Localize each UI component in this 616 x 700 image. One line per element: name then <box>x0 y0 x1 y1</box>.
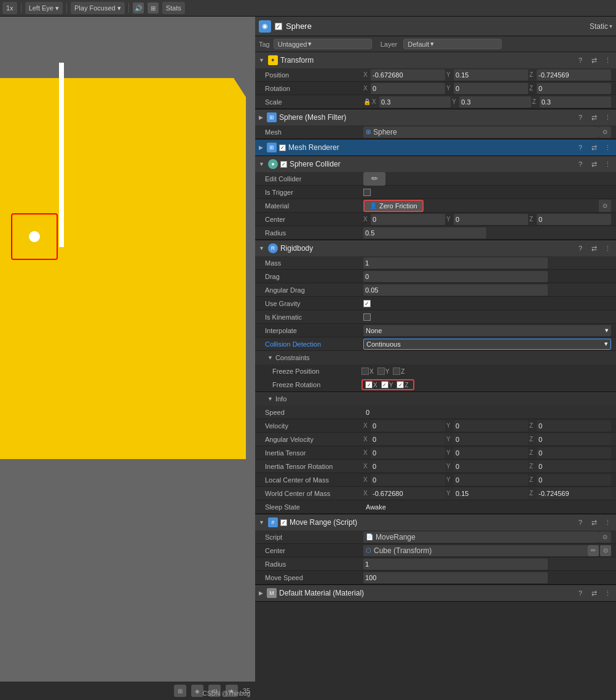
default-material-header[interactable]: ▶ M Default Material (Material) ? ⇄ ⋮ <box>255 585 616 601</box>
more-icon[interactable]: ⋮ <box>602 55 612 65</box>
mass-value[interactable]: 1 <box>363 258 548 269</box>
angular-drag-value[interactable]: 0.05 <box>363 285 548 296</box>
freeze-rot-z-checkbox[interactable]: ✓ <box>397 381 404 388</box>
mode-selector[interactable]: Play Focused ▾ <box>71 2 125 14</box>
help-icon[interactable]: ? <box>575 112 585 122</box>
move-range-checkbox[interactable] <box>280 519 287 526</box>
more-icon[interactable]: ⋮ <box>602 112 612 122</box>
more-icon[interactable]: ⋮ <box>602 143 612 152</box>
cube-transform-field[interactable]: ⬡ Cube (Transform) <box>363 545 588 556</box>
tag-dropdown[interactable]: Untagged ▾ <box>274 39 372 49</box>
help-icon[interactable]: ? <box>575 243 585 253</box>
collision-detection-label[interactable]: Collision Detection <box>265 340 363 348</box>
layer-dropdown[interactable]: Default ▾ <box>403 39 502 49</box>
mesh-field[interactable]: ⊞ Sphere <box>363 127 599 138</box>
stats-button[interactable]: Stats <box>162 2 185 14</box>
chevron-down-icon: ▾ <box>604 340 608 348</box>
target-button[interactable]: ⊙ <box>600 545 611 556</box>
transform-header[interactable]: ▼ ✦ Transform ? ⇄ ⋮ <box>255 52 616 68</box>
sphere-collider-header[interactable]: ▼ ● Sphere Collider ? ⇄ ⋮ <box>255 156 616 172</box>
zoom-control[interactable]: 1x <box>2 2 17 14</box>
position-z-value[interactable]: -0.724569 <box>537 69 611 81</box>
rotation-x-value[interactable]: 0 <box>371 83 445 94</box>
angular-drag-row: Angular Drag 0.05 <box>255 283 616 297</box>
mesh-renderer-header[interactable]: ▶ ⊞ Mesh Renderer ? ⇄ ⋮ <box>255 140 616 155</box>
rigidbody-header[interactable]: ▼ R Rigidbody ? ⇄ ⋮ <box>255 240 616 256</box>
position-row: Position X -0.672680 Y 0.15 Z -0.724569 <box>255 68 616 82</box>
audio-icon[interactable]: 🔊 <box>133 2 144 14</box>
settings-icon[interactable]: ⇄ <box>589 517 599 527</box>
move-speed-value[interactable]: 100 <box>363 572 548 583</box>
local-com-xyz: X0 Y0 Z0 <box>363 474 611 486</box>
eye-selector[interactable]: Left Eye ▾ <box>25 2 63 14</box>
speed-row: Speed 0 <box>255 406 616 419</box>
info-header[interactable]: ▼ Info <box>255 392 616 406</box>
script-field[interactable]: 📄 MoveRange <box>363 532 599 543</box>
move-range-center-row: Center ⬡ Cube (Transform) ✏ ⊙ <box>255 544 616 557</box>
settings-icon[interactable]: ⇄ <box>589 159 599 169</box>
settings-icon[interactable]: ⇄ <box>589 588 599 598</box>
freeze-pos-y-checkbox[interactable] <box>377 368 385 375</box>
help-icon[interactable]: ? <box>575 55 585 65</box>
material-button[interactable]: 👤 Zero Friction <box>363 200 424 212</box>
scale-x-value[interactable]: 0.3 <box>379 96 451 108</box>
help-icon[interactable]: ? <box>575 159 585 169</box>
more-icon[interactable]: ⋮ <box>602 588 612 598</box>
top-bar: 1x Left Eye ▾ Play Focused ▾ 🔊 ⊞ Stats <box>0 0 616 17</box>
center-y-value[interactable]: 0 <box>454 214 528 225</box>
rotation-y-value[interactable]: 0 <box>454 83 528 94</box>
position-x-value[interactable]: -0.672680 <box>371 69 445 81</box>
freeze-pos-z-checkbox[interactable] <box>393 368 400 375</box>
settings-icon[interactable]: ⇄ <box>589 55 599 65</box>
radius-value[interactable]: 0.5 <box>363 227 486 238</box>
scale-z-value[interactable]: 0.3 <box>540 96 611 108</box>
more-icon[interactable]: ⋮ <box>602 159 612 169</box>
sphere-selection-box <box>11 213 58 260</box>
viewport[interactable]: ⊞ ◈ 🏷 ★ 35 CSDN @Thinbug <box>0 17 255 700</box>
help-icon[interactable]: ? <box>575 517 585 527</box>
hierarchy-icon[interactable]: ◈ <box>191 685 203 697</box>
cube-icon: ⬡ <box>366 547 371 554</box>
freeze-pos-x-checkbox[interactable] <box>361 368 369 375</box>
settings-icon[interactable]: ⇄ <box>589 143 599 152</box>
is-trigger-checkbox[interactable] <box>363 189 371 196</box>
mesh-label: Mesh <box>265 128 363 136</box>
mesh-filter-header[interactable]: ▶ ⊞ Sphere (Mesh Filter) ? ⇄ ⋮ <box>255 109 616 125</box>
layer-label: Layer <box>381 41 398 48</box>
gameobject-active-checkbox[interactable] <box>275 23 282 30</box>
settings-icon[interactable]: ⇄ <box>589 243 599 253</box>
use-gravity-checkbox[interactable] <box>363 300 371 307</box>
center-z-value[interactable]: 0 <box>537 214 611 225</box>
script-cycle-btn[interactable]: ⊙ <box>599 532 611 543</box>
inertia-tensor-label: Inertia Tensor <box>265 449 363 457</box>
freeze-rot-x-checkbox[interactable]: ✓ <box>365 381 373 388</box>
static-toggle[interactable]: Static ▾ <box>590 22 612 31</box>
interpolate-dropdown[interactable]: None ▾ <box>363 325 611 336</box>
sphere-collider-checkbox[interactable] <box>280 161 287 168</box>
x-label: X <box>372 98 379 105</box>
mesh-cycle-btn[interactable]: ⊙ <box>599 127 611 138</box>
scale-y-value[interactable]: 0.3 <box>459 96 531 108</box>
position-y-value[interactable]: 0.15 <box>454 69 528 81</box>
more-icon[interactable]: ⋮ <box>602 517 612 527</box>
center-x-value[interactable]: 0 <box>371 214 445 225</box>
grid-icon[interactable]: ⊞ <box>148 2 159 14</box>
angular-velocity-label: Angular Velocity <box>265 436 363 443</box>
freeze-rot-y-checkbox[interactable]: ✓ <box>381 381 389 388</box>
scene-icon[interactable]: ⊞ <box>174 685 186 697</box>
edit-collider-button[interactable]: ✏ <box>363 172 385 186</box>
collision-detection-dropdown[interactable]: Continuous ▾ <box>363 339 611 350</box>
angular-velocity-z: 0 <box>537 434 611 445</box>
mesh-renderer-checkbox[interactable] <box>279 144 286 151</box>
move-range-header[interactable]: ▼ # Move Range (Script) ? ⇄ ⋮ <box>255 514 616 530</box>
drag-value[interactable]: 0 <box>363 271 548 282</box>
help-icon[interactable]: ? <box>575 588 585 598</box>
rotation-z-value[interactable]: 0 <box>537 83 611 94</box>
move-range-radius-value[interactable]: 1 <box>363 559 548 570</box>
more-icon[interactable]: ⋮ <box>602 243 612 253</box>
edit-button[interactable]: ✏ <box>588 545 599 556</box>
settings-icon[interactable]: ⇄ <box>589 112 599 122</box>
material-cycle-button[interactable]: ⊙ <box>599 200 611 212</box>
is-kinematic-checkbox[interactable] <box>363 313 371 321</box>
help-icon[interactable]: ? <box>575 143 585 152</box>
